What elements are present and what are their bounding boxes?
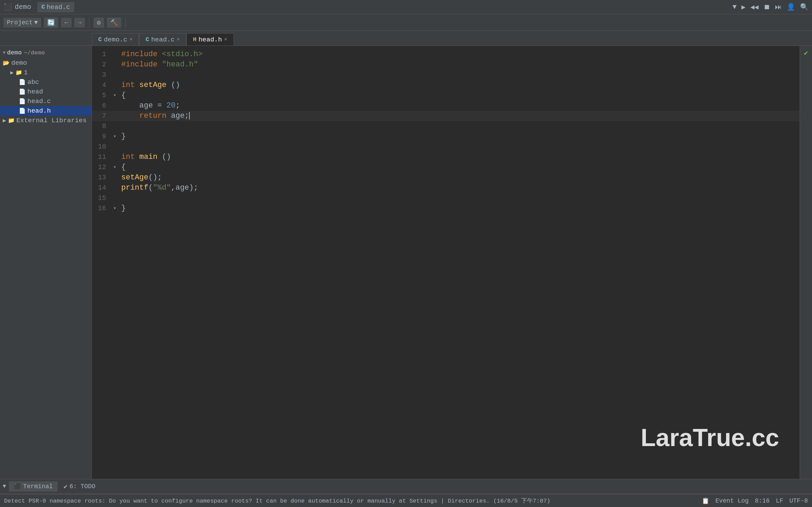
code-line-6: 6 age = 20; — [92, 101, 800, 111]
back-icon[interactable]: ◀◀ — [750, 3, 759, 11]
line-num-16: 16 — [92, 203, 111, 214]
forward-icon[interactable]: ⏭ — [775, 3, 782, 11]
file-icon-head-c: 📄 — [19, 98, 26, 105]
status-bar: Detect PSR-0 namespace roots: Do you wan… — [0, 494, 812, 507]
play-icon[interactable]: ▶ — [741, 3, 746, 11]
file-icon-abc: 📄 — [19, 79, 26, 86]
status-message: Detect PSR-0 namespace roots: Do you wan… — [4, 497, 698, 505]
status-log-icon: 📋 — [702, 497, 709, 505]
toolbar: Project ▼ 🔄 ← → ⚙ 🔨 — [0, 14, 812, 31]
title-tab-icon: C — [41, 4, 45, 10]
tree-item-abc[interactable]: 📄 abc — [0, 77, 91, 87]
search-icon[interactable]: 🔍 — [800, 3, 809, 11]
user-icon[interactable]: 👤 — [787, 3, 795, 11]
main-area: ▼ demo ~/demo 📂 demo ▶ 📁 1 📄 abc 📄 head — [0, 46, 812, 479]
code-line-13: 13 setAge(); — [92, 173, 800, 183]
line-num-14: 14 — [92, 183, 111, 193]
checkmark-icon: ✔ — [804, 49, 808, 57]
status-event-log[interactable]: Event Log — [715, 497, 749, 504]
tree-item-head[interactable]: 📄 head — [0, 87, 91, 97]
title-bar-app: ⬛ demo — [3, 3, 31, 11]
tab-todo[interactable]: ✔ 6: TODO — [59, 481, 100, 492]
app-name: demo — [15, 3, 31, 11]
file-icon-head: 📄 — [19, 88, 26, 95]
expand-icon-ext: ▶ — [3, 117, 6, 124]
line-num-7: 7 — [92, 111, 111, 121]
project-button[interactable]: Project ▼ — [3, 18, 41, 27]
title-tab-label: head.c — [47, 3, 70, 11]
cursor — [189, 112, 190, 119]
expand-icon: ▶ — [10, 69, 14, 76]
code-content-6: age = 20; — [118, 101, 800, 111]
status-line-sep: LF — [776, 497, 783, 504]
code-line-2: 2 #include "head.h" — [92, 60, 800, 70]
code-line-8: 8 — [92, 121, 800, 131]
fold-16[interactable]: ▾ — [111, 203, 118, 214]
nav-forward-button[interactable]: → — [74, 18, 85, 27]
tab-head-h[interactable]: H head.h × — [186, 33, 234, 46]
line-num-2: 2 — [92, 60, 111, 70]
build-button[interactable]: 🔨 — [107, 17, 121, 28]
tab-terminal-label: Terminal — [23, 483, 53, 490]
tree-item-demo[interactable]: 📂 demo — [0, 58, 91, 68]
tab-head-c[interactable]: C head.c × — [139, 33, 186, 46]
folder-icon-1: 📁 — [15, 69, 22, 76]
fold-12[interactable]: ▾ — [111, 162, 118, 173]
tree-item-1[interactable]: ▶ 📁 1 — [0, 68, 91, 77]
line-num-10: 10 — [92, 142, 111, 152]
tab-label-demo-c: demo.c — [104, 36, 127, 43]
code-content-5: { — [118, 90, 800, 101]
title-tab-head-c[interactable]: C head.c — [37, 2, 74, 12]
tree-label-external: External Libraries — [16, 117, 87, 124]
project-label: Project — [7, 19, 33, 26]
dropdown-icon[interactable]: ▼ — [733, 3, 737, 11]
editor[interactable]: 1 #include <stdio.h> 2 #include "head.h"… — [92, 46, 800, 479]
code-line-1: 1 #include <stdio.h> — [92, 49, 800, 60]
tab-terminal[interactable]: ⬛ Terminal — [9, 481, 58, 492]
line-num-4: 4 — [92, 80, 111, 90]
code-content-1: #include <stdio.h> — [118, 49, 800, 60]
toolbar-separator-2 — [125, 18, 126, 27]
line-num-8: 8 — [92, 121, 111, 131]
sync-button[interactable]: 🔄 — [44, 17, 58, 28]
stop-icon[interactable]: ⏹ — [763, 3, 770, 11]
settings-button[interactable]: ⚙ — [93, 17, 104, 28]
sidebar-collapse-icon[interactable]: ▼ — [3, 50, 5, 55]
dropdown-arrow-icon: ▼ — [34, 19, 38, 26]
title-bar-icons: ▼ ▶ ◀◀ ⏹ ⏭ 👤 🔍 — [733, 3, 809, 11]
right-gutter: ✔ — [800, 46, 812, 479]
status-right: 📋 Event Log 8:16 LF UTF-8 — [702, 497, 808, 505]
code-line-16: 16 ▾ } — [92, 203, 800, 214]
code-content-16: } — [118, 203, 800, 214]
code-line-9: 9 ▾ } — [92, 131, 800, 142]
line-num-3: 3 — [92, 70, 111, 80]
tab-demo-c[interactable]: C demo.c × — [92, 33, 139, 46]
fold-9[interactable]: ▾ — [111, 131, 118, 142]
code-line-7: 7 return age; — [92, 111, 800, 121]
line-num-15: 15 — [92, 193, 111, 203]
line-num-9: 9 — [92, 131, 111, 142]
code-content-14: printf("%d",age); — [118, 183, 800, 193]
sidebar-header: ▼ demo ~/demo — [0, 47, 91, 58]
tree-item-external[interactable]: ▶ 📁 External Libraries — [0, 116, 91, 125]
code-area: 1 #include <stdio.h> 2 #include "head.h"… — [92, 46, 800, 479]
tab-icon-head-h: H — [193, 36, 196, 43]
nav-back-button[interactable]: ← — [61, 18, 72, 27]
tree-item-head-h[interactable]: 📄 head.h — [0, 106, 91, 116]
line-num-11: 11 — [92, 152, 111, 162]
sidebar-path: ~/demo — [24, 50, 45, 56]
file-icon-head-h: 📄 — [19, 107, 26, 114]
bottom-tab-arrow[interactable]: ▼ — [3, 483, 6, 490]
code-content-4: int setAge () — [118, 80, 800, 90]
sidebar: ▼ demo ~/demo 📂 demo ▶ 📁 1 📄 abc 📄 head — [0, 46, 92, 479]
tab-icon-head-c: C — [146, 36, 149, 43]
folder-icon-ext: 📁 — [8, 117, 15, 124]
line-num-6: 6 — [92, 101, 111, 111]
tree-label-demo: demo — [11, 59, 27, 67]
tree-label-abc: abc — [27, 78, 39, 86]
tab-close-demo-c[interactable]: × — [129, 37, 133, 43]
tab-close-head-h[interactable]: × — [224, 37, 227, 43]
tree-item-head-c[interactable]: 📄 head.c — [0, 97, 91, 106]
fold-5[interactable]: ▾ — [111, 90, 118, 101]
tab-close-head-c[interactable]: × — [177, 37, 180, 43]
